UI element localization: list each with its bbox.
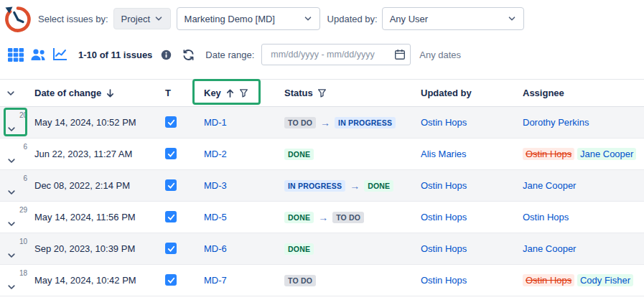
status-cell: DONE [279,139,415,170]
assignee-link[interactable]: Jane Cooper [523,243,576,254]
assignee-link[interactable]: Dorothy Perkins [523,117,589,128]
toolbar: 1-10 of 11 issues Date range: An [0,37,644,72]
type-checkbox[interactable] [165,243,177,254]
topbar: Select issues by: Project Marketing Demo… [0,0,644,37]
issue-row: 20 May 14, 2024, 10:52 PM MD-1 TO DO→IN … [0,107,644,139]
assignee-cell: Jane Cooper [517,170,644,202]
table-header-row: Date of change T Key [0,80,644,107]
issue-key-link[interactable]: MD-6 [204,243,227,254]
check-icon [167,150,175,158]
issues-table: Date of change T Key [0,79,644,296]
issues-count: 1-10 of 11 issues [78,50,152,60]
status-lozenge: IN PROGRESS [335,117,396,128]
assignee-link[interactable]: Jane Cooper [523,180,576,191]
issue-history-app: Select issues by: Project Marketing Demo… [0,0,644,300]
status-lozenge: DONE [284,149,314,160]
chevron-down-icon [6,250,17,261]
refresh-button[interactable] [182,48,195,62]
column-header-updated-by: Updated by [421,88,472,98]
chevron-down-icon [6,124,17,134]
issues-table-body: 20 May 14, 2024, 10:52 PM MD-1 TO DO→IN … [0,107,644,296]
issue-key-link[interactable]: MD-5 [204,212,227,222]
date-range-input[interactable] [261,44,411,65]
check-icon [167,276,175,284]
status-lozenge: IN PROGRESS [284,180,345,192]
select-by-dropdown[interactable]: Project [113,8,171,29]
change-date: Jun 22, 2023, 11:27 AM [29,139,159,170]
chevron-down-icon [6,156,17,166]
sort-ascending-button[interactable] [225,88,235,98]
row-expand-button[interactable]: 20 [6,111,27,135]
row-expand-button[interactable]: 29 [6,205,27,230]
change-date: May 14, 2024, 10:42 PM [29,265,159,296]
issue-row: 10 Sep 20, 2023, 10:39 PM MD-6 DONE Osti… [0,233,644,265]
status-lozenge: TO DO [284,275,316,286]
issue-key-link[interactable]: MD-3 [204,180,227,191]
key-filter-button[interactable] [239,88,248,98]
type-checkbox[interactable] [165,179,177,191]
chart-view-icon [52,47,68,62]
row-expand-button[interactable]: 6 [6,142,27,167]
type-checkbox[interactable] [165,274,177,286]
issue-row: 6 Jun 22, 2023, 11:27 AM MD-2 DONE Alis … [0,139,644,170]
updated-by-dropdown[interactable]: Any User [382,7,524,30]
filter-funnel-icon [317,88,327,98]
app-logo [4,4,32,33]
status-filter-button[interactable] [317,88,327,98]
status-cell: TO DO [279,265,415,296]
status-lozenge: TO DO [284,117,316,128]
updated-by-link[interactable]: Ostin Hops [421,275,467,286]
issue-key-link[interactable]: MD-1 [204,117,227,128]
assignee-added-link[interactable]: Cody Fisher [577,274,633,286]
select-by-value: Project [121,14,150,24]
updated-by-link[interactable]: Alis Maries [421,149,467,159]
updated-by-value: Any User [390,14,428,24]
assignee-link[interactable]: Ostin Hops [523,212,569,222]
history-clock-icon [4,4,32,33]
status-transition-arrow: → [350,180,360,192]
chevron-down-icon [6,187,17,197]
chevron-down-icon [6,282,17,292]
type-checkbox[interactable] [165,211,177,222]
check-icon [167,118,175,126]
row-expand-button[interactable]: 6 [6,174,27,198]
changes-count-badge: 29 [19,206,27,214]
chevron-down-icon [6,219,17,229]
table-view-button[interactable] [6,44,26,65]
updated-by-link[interactable]: Ostin Hops [421,180,467,191]
info-button[interactable] [161,50,172,60]
assignee-added-link[interactable]: Jane Cooper [577,148,636,160]
column-header-assignee: Assignee [523,88,564,98]
assignee-removed: Ostin Hops [523,148,574,160]
chevron-down-icon [6,88,16,98]
users-view-button[interactable] [28,44,48,65]
row-expand-button[interactable]: 18 [6,268,27,293]
row-expand-button[interactable]: 10 [6,237,27,261]
change-date: May 14, 2024, 11:56 PM [29,202,159,233]
issue-key-link[interactable]: MD-7 [204,275,227,286]
arrow-up-icon [225,88,235,98]
updated-by-link[interactable]: Ostin Hops [421,212,467,222]
changes-count-badge: 6 [23,143,27,151]
chart-view-button[interactable] [50,44,70,65]
updated-by-link[interactable]: Ostin Hops [421,117,467,128]
calendar-icon[interactable] [394,49,406,60]
expand-all-button[interactable] [6,88,29,98]
table-view-icon [8,48,24,62]
change-date: Sep 20, 2023, 10:39 PM [29,233,159,265]
select-issues-by-label: Select issues by: [38,14,108,24]
type-checkbox[interactable] [165,116,177,128]
project-dropdown[interactable]: Marketing Demo [MD] [177,7,320,30]
type-checkbox[interactable] [165,148,177,159]
updated-by-link[interactable]: Ostin Hops [421,243,467,254]
sort-descending-button[interactable] [106,88,115,98]
status-lozenge: DONE [364,180,393,192]
column-header-status: Status [284,88,313,98]
status-cell: IN PROGRESS→DONE [279,170,415,202]
column-header-key: Key [204,88,221,98]
assignee-cell: Dorothy Perkins [517,107,644,139]
issue-key-link[interactable]: MD-2 [204,149,227,159]
changes-count-badge: 6 [23,174,27,182]
status-cell: DONE→TO DO [279,202,415,233]
date-range-label: Date range: [205,50,254,60]
